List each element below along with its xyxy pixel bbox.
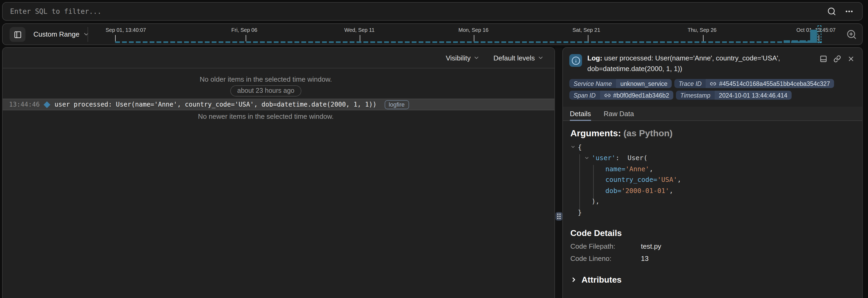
timeline-tick-label: Wed, Sep 11	[344, 27, 375, 33]
badge-row: Service Nameunknown_serviceTrace ID#4545…	[569, 79, 856, 88]
code-line: }	[570, 207, 855, 218]
sql-filter-bar	[2, 2, 863, 21]
detail-title-prefix: Log:	[587, 54, 602, 62]
no-older-items-note: No older items in the selected time wind…	[3, 75, 554, 83]
timeline-tick-mark	[360, 35, 360, 41]
ellipsis-menu-icon[interactable]	[845, 7, 854, 16]
timeline-bar: Custom Range Sep 01, 13:40:07Fri, Sep 06…	[2, 23, 863, 45]
log-list-panel: Visibility Default levels No older items…	[2, 47, 555, 298]
badge-value: 2024-10-01 13:44:46.414	[715, 91, 792, 100]
detail-title: Log: user processed: User(name='Anne', c…	[587, 53, 795, 74]
search-icon[interactable]	[827, 7, 836, 16]
detail-tabs: DetailsRaw Data	[563, 107, 862, 121]
timeline-tick-label: Fri, Sep 06	[231, 27, 257, 33]
visibility-label: Visibility	[446, 54, 470, 62]
badge-label: Trace ID	[674, 79, 706, 88]
tab-raw-data[interactable]: Raw Data	[604, 107, 634, 120]
timeline-track[interactable]: Sep 01, 13:40:07Fri, Sep 06Wed, Sep 11Mo…	[3, 24, 862, 44]
close-icon[interactable]	[847, 55, 855, 63]
log-level-diamond-icon	[43, 101, 50, 108]
drag-handle-icon[interactable]	[555, 212, 562, 221]
collapse-chevron-icon[interactable]	[570, 144, 576, 150]
code-line: {	[570, 141, 855, 153]
chevron-down-icon	[537, 55, 544, 61]
log-message: user processed: User(name='Anne', countr…	[55, 101, 377, 108]
link-icon[interactable]	[710, 80, 716, 87]
detail-header: Log: user processed: User(name='Anne', c…	[563, 48, 862, 74]
log-list-toolbar: Visibility Default levels	[3, 48, 554, 68]
badge-label: Span ID	[569, 91, 600, 100]
timeline-tick-mark	[703, 35, 704, 41]
time-ago-badge: about 23 hours ago	[230, 86, 301, 97]
visibility-dropdown[interactable]: Visibility	[446, 54, 479, 62]
timeline-tick-label: Sat, Sep 21	[572, 27, 600, 33]
code-line: 'user': User(	[570, 153, 855, 163]
arguments-heading: Arguments: (as Python)	[570, 128, 855, 139]
timeline-tick-label: Sep 01, 13:40:07	[105, 27, 146, 33]
timeline-tick-mark	[588, 35, 588, 41]
code-details-heading: Code Details	[570, 228, 855, 238]
code-detail-label: Code Lineno:	[570, 254, 641, 262]
code-detail-row: Code Lineno:13	[570, 254, 855, 262]
logfire-app: Custom Range Sep 01, 13:40:07Fri, Sep 06…	[0, 0, 868, 298]
default-levels-dropdown[interactable]: Default levels	[493, 54, 544, 62]
code-detail-row: Code Filepath:test.py	[570, 242, 855, 250]
default-levels-label: Default levels	[493, 54, 535, 62]
tab-details[interactable]: Details	[570, 107, 591, 120]
metadata-badge: Trace ID#454514c0168a455a51bb4ceba354c32…	[674, 79, 834, 88]
copy-link-icon[interactable]	[834, 55, 841, 63]
timeline-tick-mark	[474, 35, 474, 41]
arguments-code-tree: {'user': User(name='Anne',country_code='…	[570, 141, 855, 218]
code-line: country_code='USA',	[570, 174, 855, 185]
metadata-badge: Timestamp2024-10-01 13:44:46.414	[676, 91, 792, 100]
metadata-badge: Span ID#b0f0d9ed1ab346b2	[569, 91, 673, 100]
log-detail-panel: Log: user processed: User(name='Anne', c…	[562, 47, 863, 298]
log-tag: logfire	[384, 100, 409, 109]
histogram-bar	[792, 40, 798, 43]
chevron-down-icon	[473, 55, 479, 61]
code-detail-value: test.py	[641, 242, 661, 250]
log-timestamp: 13:44:46	[9, 101, 40, 108]
code-line: name='Anne',	[570, 163, 855, 174]
code-detail-value: 13	[641, 254, 649, 262]
timeline-tick-label: Thu, Sep 26	[688, 27, 716, 33]
code-line: ),	[570, 196, 855, 207]
timeline-cursor[interactable]	[817, 26, 821, 43]
attributes-toggle[interactable]: Attributes	[570, 275, 855, 285]
panel-resizer[interactable]	[555, 47, 562, 298]
attributes-label: Attributes	[582, 275, 622, 285]
badge-value: unknown_service	[616, 79, 672, 88]
histogram-bar	[784, 40, 790, 43]
info-icon	[569, 54, 582, 67]
histogram-spike-bar	[810, 30, 817, 43]
dock-panel-icon[interactable]	[820, 55, 827, 63]
badge-label: Timestamp	[676, 91, 715, 100]
timeline-histogram-baseline	[115, 41, 822, 43]
chevron-right-icon	[570, 276, 577, 283]
histogram-bar	[800, 40, 806, 43]
metadata-badge: Service Nameunknown_service	[569, 79, 672, 88]
metadata-badges: Service Nameunknown_serviceTrace ID#4545…	[563, 74, 862, 100]
code-detail-label: Code Filepath:	[570, 242, 641, 250]
log-row[interactable]: 13:44:46 user processed: User(name='Anne…	[3, 99, 554, 110]
badge-row: Span ID#b0f0d9ed1ab346b2Timestamp2024-10…	[569, 91, 856, 100]
zoom-in-icon[interactable]	[846, 29, 857, 40]
badge-value[interactable]: #454514c0168a455a51bb4ceba354c327	[706, 79, 834, 88]
timeline-tick-mark	[115, 35, 116, 41]
timeline-tick-mark	[246, 35, 246, 41]
timeline-tick-label: Mon, Sep 16	[458, 27, 488, 33]
no-newer-items-note: No newer items in the selected time wind…	[3, 112, 554, 120]
code-line: dob='2000-01-01',	[570, 185, 855, 196]
badge-value[interactable]: #b0f0d9ed1ab346b2	[600, 91, 673, 100]
detail-body: Arguments: (as Python) {'user': User(nam…	[563, 121, 862, 285]
collapse-chevron-icon[interactable]	[584, 155, 589, 161]
badge-label: Service Name	[569, 79, 616, 88]
link-icon[interactable]	[604, 92, 611, 98]
sql-filter-input[interactable]	[3, 3, 827, 20]
detail-title-message: user processed: User(name='Anne', countr…	[587, 54, 780, 73]
code-details-rows: Code Filepath:test.pyCode Lineno:13	[570, 242, 855, 262]
